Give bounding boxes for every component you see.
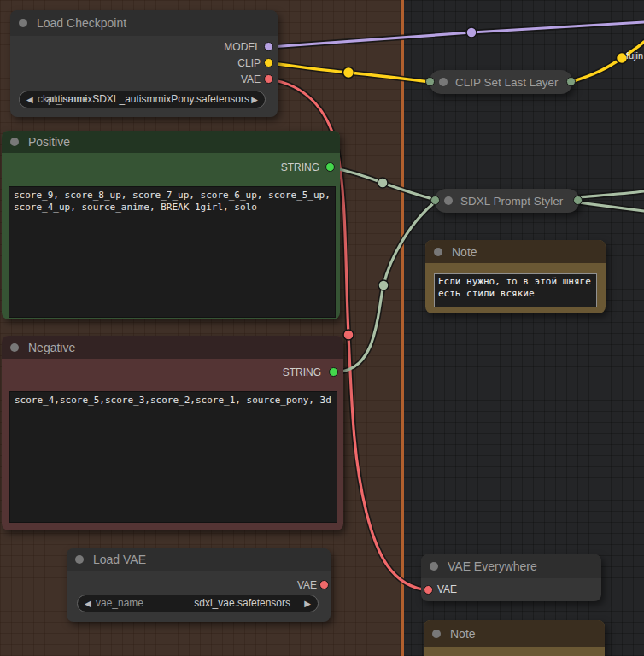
node-note-bottom[interactable]: Note <box>424 620 605 656</box>
vae-output-slot[interactable] <box>319 580 329 589</box>
clip-output-slot[interactable] <box>264 58 273 67</box>
vae-input-slot[interactable] <box>424 585 433 594</box>
output-label-vae: VAE <box>297 579 317 591</box>
load-checkpoint-titlebar[interactable]: Load Checkpoint <box>10 10 278 36</box>
vae-name-combo[interactable]: ◀ vae_name sdxl_vae.safetensors ▶ <box>77 594 319 612</box>
node-title: Note <box>450 627 476 641</box>
node-sdxl-prompt-styler[interactable]: SDXL Prompt Styler <box>435 189 579 213</box>
output-label-model: MODEL <box>224 41 261 53</box>
input-label-vae: VAE <box>437 583 457 595</box>
string-output-slot[interactable] <box>329 367 338 377</box>
node-load-checkpoint[interactable]: Load Checkpoint MODEL CLIP VAE ◀ ckpt_na… <box>10 10 278 117</box>
vae-output-slot[interactable] <box>264 74 273 84</box>
node-note-styles[interactable]: Note Если нужно, то в этой шняге есть ст… <box>425 240 606 313</box>
vae-reroute-dot[interactable] <box>343 330 354 340</box>
node-title: Load VAE <box>93 553 146 566</box>
styler-output-slot[interactable] <box>573 196 583 205</box>
clip-reroute-dot-1[interactable] <box>343 67 354 79</box>
combo-right-arrow-icon[interactable]: ▶ <box>251 94 258 106</box>
output-label-string: STRING <box>283 366 321 378</box>
positive-titlebar[interactable]: Positive <box>2 131 340 153</box>
vae-everywhere-titlebar[interactable]: VAE Everywhere <box>421 554 601 578</box>
node-graph-canvas: Load Checkpoint MODEL CLIP VAE ◀ ckpt_na… <box>0 0 644 656</box>
node-title: Note <box>452 245 477 259</box>
offscreen-node-label: fujin <box>626 50 643 61</box>
clip-input-slot[interactable] <box>425 77 435 86</box>
node-vae-everywhere[interactable]: VAE Everywhere VAE <box>421 554 601 601</box>
node-negative[interactable]: Negative STRING score_4,score_5,score_3,… <box>2 336 343 530</box>
collapse-icon[interactable] <box>432 630 441 638</box>
collapse-icon[interactable] <box>75 555 84 564</box>
collapse-icon[interactable] <box>19 19 27 27</box>
output-label-vae: VAE <box>241 73 261 85</box>
node-positive[interactable]: Positive STRING score_9, score_8_up, sco… <box>2 131 340 319</box>
collapse-icon[interactable] <box>444 196 453 205</box>
combo-value: autismmixSDXL_autismmixPony.safetensors <box>46 93 249 105</box>
collapse-icon[interactable] <box>439 78 448 86</box>
node-title: Load Checkpoint <box>37 16 126 30</box>
positive-prompt-textarea[interactable]: score_9, score_8_up, score_7_up, score_6… <box>9 186 336 318</box>
output-label-string: STRING <box>281 161 319 173</box>
combo-left-arrow-icon[interactable]: ◀ <box>26 94 33 106</box>
note-titlebar[interactable]: Note <box>425 240 606 263</box>
collapse-icon[interactable] <box>430 562 438 571</box>
node-load-vae[interactable]: Load VAE VAE ◀ vae_name sdxl_vae.safeten… <box>67 548 331 622</box>
model-output-slot[interactable] <box>264 42 273 51</box>
combo-left-arrow-icon[interactable]: ◀ <box>85 598 91 610</box>
clip-output-slot[interactable] <box>566 77 576 86</box>
negative-titlebar[interactable]: Negative <box>2 336 343 359</box>
node-clip-set-last-layer[interactable]: CLIP Set Last Layer <box>430 70 572 94</box>
collapse-icon[interactable] <box>434 248 442 256</box>
model-reroute-dot[interactable] <box>466 27 477 38</box>
node-title: Negative <box>28 341 75 354</box>
combo-label: vae_name <box>96 597 143 609</box>
node-title: VAE Everywhere <box>448 559 537 573</box>
combo-value: sdxl_vae.safetensors <box>194 597 290 609</box>
string-reroute-dot-2[interactable] <box>378 280 389 290</box>
combo-right-arrow-icon[interactable]: ▶ <box>304 598 311 610</box>
note-text[interactable]: Если нужно, то в этой шняге есть стили в… <box>434 273 597 308</box>
ckpt-name-combo[interactable]: ◀ ckpt_name autismmixSDXL_autismmixPony.… <box>19 91 266 108</box>
string-output-slot[interactable] <box>325 162 335 172</box>
node-title: CLIP Set Last Layer <box>455 76 559 89</box>
model-wire <box>270 22 644 47</box>
note-titlebar[interactable]: Note <box>424 620 605 647</box>
node-title: Positive <box>28 135 70 149</box>
styler-out-wire-2 <box>578 202 644 211</box>
styler-input-slot[interactable] <box>430 196 440 205</box>
output-label-clip: CLIP <box>237 57 261 69</box>
collapse-icon[interactable] <box>10 138 19 146</box>
string-reroute-dot-1[interactable] <box>378 178 388 188</box>
node-title: SDXL Prompt Styler <box>460 195 563 208</box>
collapse-icon[interactable] <box>10 343 19 352</box>
load-vae-titlebar[interactable]: Load VAE <box>67 548 331 571</box>
negative-prompt-textarea[interactable]: score_4,score_5,score_3,score_2,score_1,… <box>9 391 337 523</box>
